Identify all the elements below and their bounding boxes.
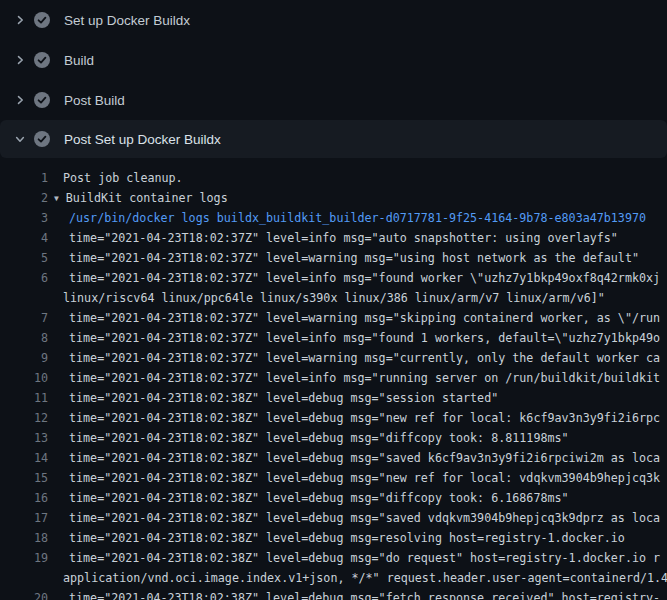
log-line-number[interactable]: 8	[0, 328, 48, 348]
log-line-number[interactable]: 10	[0, 368, 48, 388]
log-line: 15time="2021-04-23T18:02:38Z" level=debu…	[0, 468, 667, 488]
log-line-number[interactable]: 17	[0, 508, 48, 528]
log-line-text: Post job cleanup.	[48, 168, 183, 188]
steps-list: Set up Docker Buildx Build Post Build Po…	[0, 0, 667, 158]
log-line: 20time="2021-04-23T18:02:38Z" level=debu…	[0, 588, 667, 600]
log-line: linux/riscv64 linux/ppc64le linux/s390x …	[0, 288, 667, 308]
log-line-number[interactable]: 15	[0, 468, 48, 488]
log-line-number	[0, 288, 48, 308]
log-group-label: BuildKit container logs	[66, 191, 228, 205]
log-line-text: time="2021-04-23T18:02:38Z" level=debug …	[48, 388, 498, 408]
log-line-number[interactable]: 19	[0, 548, 48, 568]
log-line-text: linux/riscv64 linux/ppc64le linux/s390x …	[48, 288, 605, 308]
step-label: Post Build	[64, 93, 125, 108]
check-circle-icon	[34, 92, 50, 108]
step-label: Set up Docker Buildx	[64, 13, 190, 28]
log-line-number[interactable]: 3	[0, 208, 48, 228]
chevron-right-icon	[12, 92, 28, 108]
log-line-text: time="2021-04-23T18:02:37Z" level=info m…	[48, 268, 660, 288]
log-line-number[interactable]: 2	[0, 188, 48, 208]
log-line-number[interactable]: 9	[0, 348, 48, 368]
log-line-number[interactable]: 14	[0, 448, 48, 468]
log-line-number[interactable]: 20	[0, 588, 48, 600]
log-line-number[interactable]: 1	[0, 168, 48, 188]
log-line-text: time="2021-04-23T18:02:38Z" level=debug …	[48, 508, 660, 528]
log-line: 9time="2021-04-23T18:02:37Z" level=warni…	[0, 348, 667, 368]
chevron-right-icon	[12, 12, 28, 28]
log-line: 4time="2021-04-23T18:02:37Z" level=info …	[0, 228, 667, 248]
log-line-number[interactable]: 12	[0, 408, 48, 428]
log-line: 6time="2021-04-23T18:02:37Z" level=info …	[0, 268, 667, 288]
log-line-text: time="2021-04-23T18:02:38Z" level=debug …	[48, 488, 569, 508]
log-line: 18time="2021-04-23T18:02:38Z" level=debu…	[0, 528, 667, 548]
log-line-number	[0, 568, 48, 588]
log-line-text: time="2021-04-23T18:02:38Z" level=debug …	[48, 468, 660, 488]
log-line: 12time="2021-04-23T18:02:38Z" level=debu…	[0, 408, 667, 428]
log-line-text: time="2021-04-23T18:02:37Z" level=warnin…	[48, 348, 660, 368]
log-line: 17time="2021-04-23T18:02:38Z" level=debu…	[0, 508, 667, 528]
triangle-down-icon: ▼	[54, 189, 59, 209]
chevron-right-icon	[12, 52, 28, 68]
log-line-text: time="2021-04-23T18:02:37Z" level=warnin…	[48, 308, 660, 328]
log-line-number[interactable]: 7	[0, 308, 48, 328]
log-line: 16time="2021-04-23T18:02:38Z" level=debu…	[0, 488, 667, 508]
log-line: 13time="2021-04-23T18:02:38Z" level=debu…	[0, 428, 667, 448]
log-line-text: time="2021-04-23T18:02:38Z" level=debug …	[48, 408, 660, 428]
log-line: 5time="2021-04-23T18:02:37Z" level=warni…	[0, 248, 667, 268]
log-view: 1Post job cleanup.2▼BuildKit container l…	[0, 158, 667, 600]
log-line-text: time="2021-04-23T18:02:37Z" level=info m…	[48, 368, 660, 388]
log-line-text: time="2021-04-23T18:02:38Z" level=debug …	[48, 428, 569, 448]
log-line-number[interactable]: 13	[0, 428, 48, 448]
log-line: 3/usr/bin/docker logs buildx_buildkit_bu…	[0, 208, 667, 228]
log-line-text: time="2021-04-23T18:02:37Z" level=info m…	[48, 228, 618, 248]
step-header-post-set-up-docker-buildx[interactable]: Post Set up Docker Buildx	[0, 120, 667, 158]
log-line: 19time="2021-04-23T18:02:38Z" level=debu…	[0, 548, 667, 568]
step-header-build[interactable]: Build	[0, 40, 667, 80]
log-line-number[interactable]: 5	[0, 248, 48, 268]
check-circle-icon	[34, 52, 50, 68]
check-circle-icon	[34, 12, 50, 28]
step-label: Build	[64, 53, 94, 68]
step-header-post-build[interactable]: Post Build	[0, 80, 667, 120]
log-line-number[interactable]: 18	[0, 528, 48, 548]
log-line: 10time="2021-04-23T18:02:37Z" level=info…	[0, 368, 667, 388]
log-line-number[interactable]: 11	[0, 388, 48, 408]
log-line-text: time="2021-04-23T18:02:38Z" level=debug …	[48, 448, 660, 468]
log-line-text: time="2021-04-23T18:02:38Z" level=debug …	[48, 528, 625, 548]
log-line: 1Post job cleanup.	[0, 168, 667, 188]
log-line: 8time="2021-04-23T18:02:37Z" level=info …	[0, 328, 667, 348]
step-label: Post Set up Docker Buildx	[64, 132, 221, 147]
log-line-text: application/vnd.oci.image.index.v1+json,…	[48, 568, 667, 588]
log-group-toggle[interactable]: ▼BuildKit container logs	[48, 188, 228, 208]
log-line: 11time="2021-04-23T18:02:38Z" level=debu…	[0, 388, 667, 408]
log-line-text: time="2021-04-23T18:02:37Z" level=info m…	[48, 328, 660, 348]
log-line: 14time="2021-04-23T18:02:38Z" level=debu…	[0, 448, 667, 468]
step-header-set-up-docker-buildx[interactable]: Set up Docker Buildx	[0, 0, 667, 40]
check-circle-icon	[34, 131, 50, 147]
log-line-text: time="2021-04-23T18:02:38Z" level=debug …	[48, 588, 660, 600]
log-line-number[interactable]: 4	[0, 228, 48, 248]
log-command-text: /usr/bin/docker logs buildx_buildkit_bui…	[48, 208, 646, 228]
log-line: 7time="2021-04-23T18:02:37Z" level=warni…	[0, 308, 667, 328]
log-line-text: time="2021-04-23T18:02:37Z" level=warnin…	[48, 248, 639, 268]
log-line-text: time="2021-04-23T18:02:38Z" level=debug …	[48, 548, 660, 568]
log-line: application/vnd.oci.image.index.v1+json,…	[0, 568, 667, 588]
log-group-row: 2▼BuildKit container logs	[0, 188, 667, 208]
log-line-number[interactable]: 6	[0, 268, 48, 288]
chevron-down-icon	[12, 131, 28, 147]
log-line-number[interactable]: 16	[0, 488, 48, 508]
